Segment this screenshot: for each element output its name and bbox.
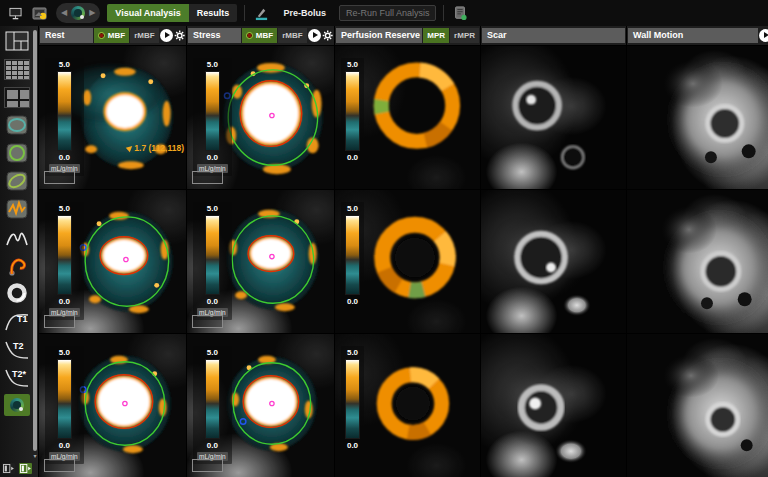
previous-arrow-icon[interactable]: ◀ — [61, 9, 67, 17]
mpr-image-mid[interactable]: 5.0 0.0 — [335, 189, 480, 333]
ring-analysis-icon[interactable] — [4, 281, 30, 305]
scar-header: Scar — [481, 26, 626, 45]
colorbar-max-label: 5.0 — [347, 204, 358, 213]
colorbar-min-label: 0.0 — [207, 441, 218, 450]
rest-rmbf-toggle[interactable]: rMBF — [130, 28, 158, 43]
colorbar: 5.0 0.0 mL/g/min — [193, 346, 232, 464]
colorbar-max-label: 5.0 — [59, 204, 70, 213]
heart-3d-ring-icon[interactable] — [4, 141, 30, 165]
colorbar: 5.0 0.0 — [341, 202, 364, 309]
colorbar-gradient[interactable] — [57, 215, 72, 295]
colorbar-min-label: 0.0 — [347, 441, 358, 450]
stress-settings-icon[interactable] — [322, 29, 333, 42]
colorbar: 5.0 0.0 mL/g/min — [45, 202, 84, 320]
study-browser-icon[interactable] — [31, 4, 49, 22]
colorbar-gradient[interactable] — [205, 359, 220, 439]
display-settings-icon[interactable] — [6, 4, 24, 22]
colorbar-min-label: 0.0 — [207, 297, 218, 306]
tool-sidebar: T1 T2 T2* ▾ — [0, 26, 38, 477]
colorbar-max-label: 5.0 — [59, 60, 70, 69]
stress-image-mid[interactable]: 5.0 0.0 mL/g/min — [187, 189, 334, 333]
mpr-image-basal[interactable]: 5.0 0.0 — [335, 45, 480, 189]
report-icon[interactable] — [451, 4, 469, 22]
stress-title: Stress — [188, 28, 241, 43]
colorbar: 5.0 0.0 mL/g/min — [45, 346, 84, 464]
colorbar-gradient[interactable] — [345, 359, 360, 439]
rest-image-mid[interactable]: 5.0 0.0 mL/g/min — [39, 189, 186, 333]
stress-rmbf-toggle[interactable]: rMBF — [278, 28, 306, 43]
top-toolbar: ◀ ▶ Visual Analysis Results Pre-Bolus Re… — [0, 0, 768, 26]
colorbar-max-label: 5.0 — [59, 348, 70, 357]
rest-play-button[interactable] — [160, 29, 173, 42]
colorbar: 5.0 0.0 — [341, 58, 364, 165]
app-logo-icon[interactable] — [71, 6, 85, 20]
analysis-mode-tabs: Visual Analysis Results — [107, 4, 237, 22]
wall-motion-header: Wall Motion — [627, 26, 768, 45]
colorbar: 5.0 0.0 mL/g/min — [193, 202, 232, 320]
wall-motion-play-button[interactable] — [759, 29, 768, 42]
colorbar-gradient[interactable] — [57, 359, 72, 439]
colorbar-gradient[interactable] — [57, 71, 72, 151]
stress-mbf-toggle[interactable]: MBF — [242, 28, 277, 43]
mbf-map-icon — [246, 32, 253, 39]
next-arrow-icon[interactable]: ▶ — [89, 9, 95, 17]
rest-title: Rest — [40, 28, 93, 43]
mpr-toggle[interactable]: MPR — [423, 28, 449, 43]
mpr-image-apical[interactable]: 5.0 0.0 — [335, 333, 480, 477]
stress-image-apical[interactable]: 5.0 0.0 mL/g/min — [187, 333, 334, 477]
window-level-box — [44, 315, 75, 328]
pointer-tool-icon[interactable] — [252, 4, 270, 22]
t2-mapping-icon[interactable]: T2 — [4, 337, 30, 361]
rest-mbf-toggle[interactable]: MBF — [94, 28, 129, 43]
rmpr-toggle[interactable]: rMPR — [450, 28, 479, 43]
cursor-arrow-icon — [126, 144, 134, 152]
heart-3d-icon[interactable] — [4, 113, 30, 137]
stress-image-basal[interactable]: 5.0 0.0 mL/g/min — [187, 45, 334, 189]
wall-motion-image-basal[interactable] — [627, 45, 768, 189]
t2star-mapping-icon[interactable]: T2* — [4, 365, 30, 389]
rest-image-basal[interactable]: 5.0 0.0 mL/g/min 1.7 (112,118) — [39, 45, 186, 189]
signal-curve-icon[interactable] — [4, 225, 30, 249]
wall-motion-title: Wall Motion — [628, 28, 758, 43]
application-window: ◀ ▶ Visual Analysis Results Pre-Bolus Re… — [0, 0, 768, 477]
tab-visual-analysis[interactable]: Visual Analysis — [107, 4, 189, 22]
series-grid-icon[interactable] — [4, 57, 30, 81]
window-level-box — [192, 459, 223, 472]
heart-signal-icon[interactable] — [4, 197, 30, 221]
rest-settings-icon[interactable] — [174, 29, 185, 42]
colorbar-min-label: 0.0 — [347, 297, 358, 306]
colorbar-max-label: 5.0 — [207, 204, 218, 213]
wall-motion-image-mid[interactable] — [627, 189, 768, 333]
colorbar-gradient[interactable] — [205, 215, 220, 295]
colorbar-gradient[interactable] — [205, 71, 220, 151]
rerun-full-analysis-button[interactable]: Re-Run Full Analysis — [339, 5, 437, 21]
colorbar-gradient[interactable] — [345, 215, 360, 295]
rest-column: Rest MBF rMBF — [38, 26, 186, 477]
wall-motion-image-apical[interactable] — [627, 333, 768, 477]
viewport-layout-icon[interactable] — [4, 29, 30, 53]
scar-image-mid[interactable] — [481, 189, 626, 333]
tab-results[interactable]: Results — [189, 4, 238, 22]
t1-mapping-icon[interactable]: T1 — [4, 309, 30, 333]
scroll-down-icon[interactable]: ▾ — [32, 453, 38, 459]
aortic-flow-icon[interactable] — [4, 253, 30, 277]
scar-image-basal[interactable] — [481, 45, 626, 189]
colorbar: 5.0 0.0 mL/g/min — [193, 58, 232, 176]
colorbar-min-label: 0.0 — [347, 153, 358, 162]
pre-bolus-button[interactable]: Pre-Bolus — [277, 6, 332, 20]
wall-motion-column: Wall Motion — [626, 26, 768, 477]
stress-play-button[interactable] — [308, 29, 321, 42]
perfusion-module-icon[interactable] — [4, 393, 30, 417]
colorbar: 5.0 0.0 mL/g/min — [45, 58, 84, 176]
colorbar-max-label: 5.0 — [347, 348, 358, 357]
colorbar-min-label: 0.0 — [59, 441, 70, 450]
rest-image-apical[interactable]: 5.0 0.0 mL/g/min — [39, 333, 186, 477]
scar-image-apical[interactable] — [481, 333, 626, 477]
panel-toggle-right-icon[interactable] — [19, 463, 32, 474]
colorbar-gradient[interactable] — [345, 71, 360, 151]
heart-3d-slices-icon[interactable] — [4, 169, 30, 193]
image-grid-icon[interactable] — [4, 85, 30, 109]
sidebar-scrollbar[interactable] — [33, 30, 37, 451]
window-level-box — [44, 171, 75, 184]
panel-toggle-left-icon[interactable] — [2, 463, 15, 474]
